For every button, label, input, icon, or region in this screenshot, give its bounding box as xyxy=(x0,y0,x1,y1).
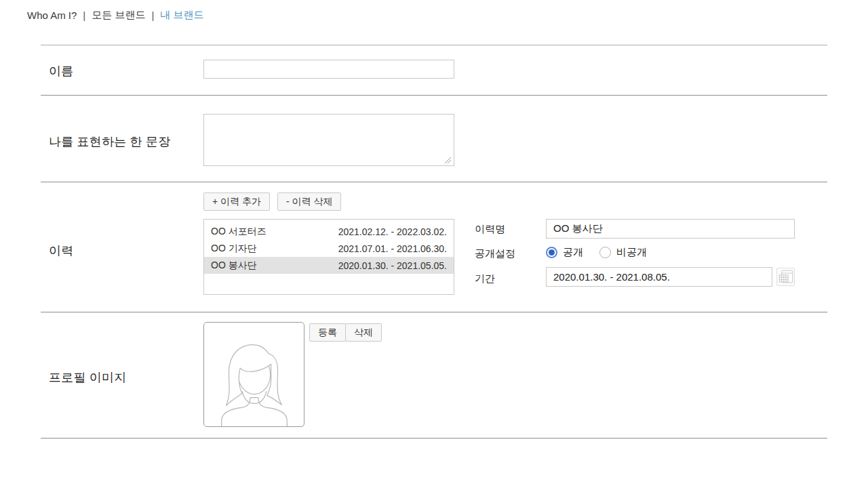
history-name-input[interactable] xyxy=(546,219,795,239)
period-input[interactable] xyxy=(546,267,772,287)
divider xyxy=(41,438,827,439)
history-list-item[interactable]: OO 서포터즈 2021.02.12. - 2022.03.02. xyxy=(204,223,454,240)
calendar-button[interactable] xyxy=(776,268,795,286)
history-item-period: 2021.02.12. - 2022.03.02. xyxy=(338,226,447,237)
sentence-label: 나를 표현하는 한 문장 xyxy=(49,134,170,150)
name-input[interactable] xyxy=(203,60,454,79)
history-add-button[interactable]: + 이력 추가 xyxy=(203,192,270,211)
sentence-textarea[interactable] xyxy=(203,114,454,166)
radio-private[interactable] xyxy=(599,247,611,258)
calendar-icon xyxy=(778,269,794,285)
who-am-i-page: Who Am I? | 모든 브랜드 | 내 브랜드 이름 나를 표현하는 한 … xyxy=(0,0,868,488)
divider xyxy=(41,182,827,182)
nav-separator: | xyxy=(83,9,85,21)
nav-separator: | xyxy=(151,9,154,21)
history-name-label: 이력명 xyxy=(475,223,505,236)
history-item-name: OO 봉사단 xyxy=(211,260,257,272)
profile-image-label: 프로필 이미지 xyxy=(49,369,126,386)
radio-public[interactable] xyxy=(546,247,557,258)
nav-item-who-am-i[interactable]: Who Am I? xyxy=(27,9,77,21)
resize-grip-icon[interactable] xyxy=(444,157,452,164)
name-label: 이름 xyxy=(49,63,73,79)
history-item-period: 2021.07.01. - 2021.06.30. xyxy=(338,243,447,254)
breadcrumb: Who Am I? | 모든 브랜드 | 내 브랜드 xyxy=(27,9,204,22)
history-delete-button[interactable]: - 이력 삭제 xyxy=(277,192,341,211)
divider xyxy=(41,312,827,312)
person-icon xyxy=(204,323,304,426)
radio-private-label[interactable]: 비공개 xyxy=(616,246,647,259)
history-item-period: 2020.01.30. - 2021.05.05. xyxy=(338,260,447,271)
divider xyxy=(41,95,827,96)
nav-item-all-brands[interactable]: 모든 브랜드 xyxy=(92,9,145,22)
profile-image-preview xyxy=(203,322,304,427)
visibility-label: 공개설정 xyxy=(475,247,515,260)
period-label: 기간 xyxy=(475,272,495,285)
history-item-name: OO 기자단 xyxy=(211,243,257,255)
nav-item-my-brand[interactable]: 내 브랜드 xyxy=(160,9,203,22)
history-list-item[interactable]: OO 봉사단 2020.01.30. - 2021.05.05. xyxy=(204,257,454,274)
history-label: 이력 xyxy=(49,243,73,259)
divider xyxy=(41,45,827,45)
history-list: OO 서포터즈 2021.02.12. - 2022.03.02. OO 기자단… xyxy=(203,219,454,295)
history-item-name: OO 서포터즈 xyxy=(211,226,267,238)
radio-public-label[interactable]: 공개 xyxy=(563,246,583,259)
history-list-item[interactable]: OO 기자단 2021.07.01. - 2021.06.30. xyxy=(204,240,454,257)
image-delete-button[interactable]: 삭제 xyxy=(345,323,382,342)
visibility-radio-group: 공개 비공개 xyxy=(546,246,647,259)
image-register-button[interactable]: 등록 xyxy=(309,323,346,342)
